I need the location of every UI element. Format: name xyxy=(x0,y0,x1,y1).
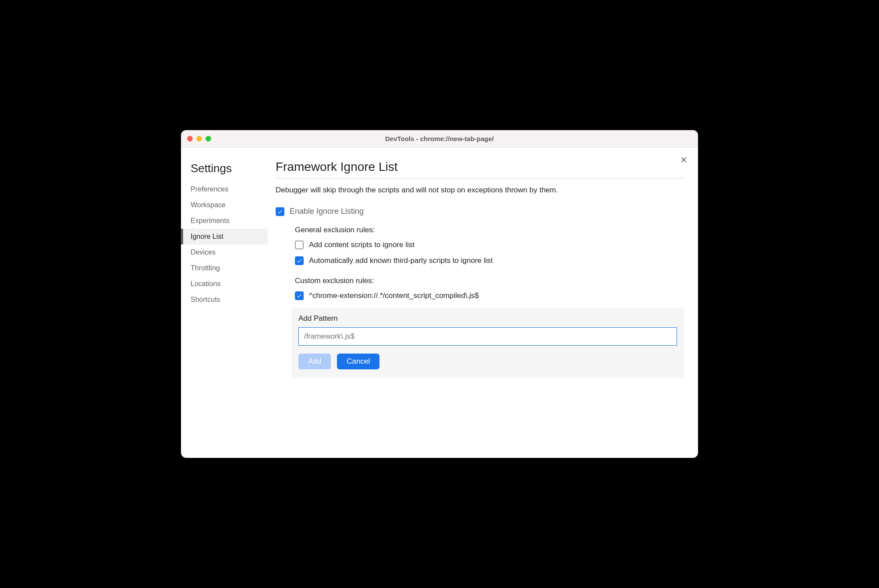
sidebar-item-label: Devices xyxy=(191,248,216,256)
window-title: DevTools - chrome://new-tab-page/ xyxy=(181,135,698,142)
sidebar-item-throttling[interactable]: Throttling xyxy=(181,260,268,276)
sidebar-item-label: Ignore List xyxy=(191,233,223,240)
sidebar-item-label: Experiments xyxy=(191,217,230,224)
general-rule-row: Automatically add known third-party scri… xyxy=(295,256,684,265)
enable-ignore-listing-row: Enable Ignore Listing xyxy=(276,207,684,216)
sidebar-item-locations[interactable]: Locations xyxy=(181,276,268,292)
sidebar-item-label: Preferences xyxy=(191,185,228,193)
page-title: Framework Ignore List xyxy=(276,160,684,179)
custom-rule-row: ^chrome-extension://.*/content_script_co… xyxy=(295,291,684,300)
settings-sidebar: Settings Preferences Workspace Experimen… xyxy=(181,148,268,458)
window-titlebar: DevTools - chrome://new-tab-page/ xyxy=(181,130,698,148)
checkmark-icon xyxy=(277,209,283,215)
window-minimize-button[interactable] xyxy=(196,136,202,142)
general-rules-heading: General exclusion rules: xyxy=(295,226,684,234)
window-close-button[interactable] xyxy=(187,136,193,142)
sidebar-item-preferences[interactable]: Preferences xyxy=(181,181,268,197)
sidebar-item-shortcuts[interactable]: Shortcuts xyxy=(181,292,268,308)
add-pattern-panel: Add Pattern Add Cancel xyxy=(291,308,684,377)
sidebar-item-devices[interactable]: Devices xyxy=(181,244,268,260)
general-rule-row: Add content scripts to ignore list xyxy=(295,241,684,249)
add-pattern-heading: Add Pattern xyxy=(298,314,677,323)
sidebar-item-experiments[interactable]: Experiments xyxy=(181,213,268,229)
cancel-button[interactable]: Cancel xyxy=(337,354,379,369)
custom-rules-heading: Custom exclusion rules: xyxy=(295,276,684,285)
general-rule-label: Automatically add known third-party scri… xyxy=(309,256,493,265)
custom-rule-checkbox[interactable] xyxy=(295,291,304,300)
enable-ignore-listing-checkbox[interactable] xyxy=(276,207,284,216)
enable-ignore-listing-label: Enable Ignore Listing xyxy=(290,207,364,216)
add-content-scripts-checkbox[interactable] xyxy=(295,241,304,249)
sidebar-item-ignore-list[interactable]: Ignore List xyxy=(181,229,268,244)
sidebar-item-label: Throttling xyxy=(191,264,220,272)
window-controls xyxy=(187,136,211,142)
window-zoom-button[interactable] xyxy=(206,136,211,142)
devtools-settings-window: DevTools - chrome://new-tab-page/ ✕ Sett… xyxy=(181,130,698,458)
auto-third-party-checkbox[interactable] xyxy=(295,256,304,265)
sidebar-item-label: Workspace xyxy=(191,201,226,209)
add-button[interactable]: Add xyxy=(298,354,331,369)
content-area: ✕ Settings Preferences Workspace Experim… xyxy=(181,148,698,458)
main-panel: Framework Ignore List Debugger will skip… xyxy=(268,148,698,458)
general-rule-label: Add content scripts to ignore list xyxy=(309,241,415,249)
page-description: Debugger will skip through the scripts a… xyxy=(276,186,684,195)
pattern-input[interactable] xyxy=(298,327,677,346)
sidebar-item-workspace[interactable]: Workspace xyxy=(181,197,268,213)
custom-rule-label: ^chrome-extension://.*/content_script_co… xyxy=(309,291,479,300)
checkmark-icon xyxy=(296,293,302,299)
close-icon[interactable]: ✕ xyxy=(680,156,688,164)
sidebar-heading: Settings xyxy=(181,158,268,181)
checkmark-icon xyxy=(296,258,302,264)
sidebar-item-label: Locations xyxy=(191,280,221,287)
sidebar-item-label: Shortcuts xyxy=(191,296,220,303)
add-pattern-buttons: Add Cancel xyxy=(298,354,677,369)
